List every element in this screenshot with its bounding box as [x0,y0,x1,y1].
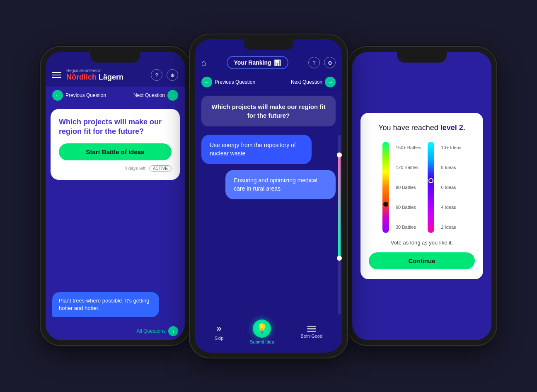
battles-label-3: 60 Battles [396,205,421,210]
next-question-btn-center[interactable]: Next Question → [291,77,336,87]
help-icon[interactable]: ? [151,69,162,81]
center-help-icon[interactable]: ? [308,57,320,68]
center-nav-bar: ← Previous Question Next Question → [195,73,342,91]
option-2-bubble[interactable]: Ensuring and optimizing medical care in … [225,170,336,199]
scroll-track[interactable] [338,135,341,315]
prev-label-center: Previous Question [215,79,255,85]
center-globe-icon[interactable]: ⊕ [324,57,336,68]
submit-idea-action[interactable]: 💡 Submit Idea [250,319,274,344]
submit-label: Submit Idea [250,339,274,344]
battles-dot [383,202,388,207]
header-title: Nördlich Lägern [66,73,151,82]
level-value: level 2. [440,123,465,132]
option-1-bubble[interactable]: Use energy from the repository of nuclea… [201,135,312,164]
center-header-icons: ? ⊕ [308,57,336,68]
left-nav-bar: ← Previous Question Next Question → [46,87,185,104]
ideas-bar [428,142,434,233]
center-bottom-actions: » Skip 💡 Submit Idea Both Good [195,315,342,353]
ideas-gradient [428,142,434,233]
ranking-button[interactable]: Your Ranking 📊 [227,56,288,69]
skip-label: Skip [215,336,223,341]
prev-arrow-center: ← [201,77,212,87]
start-battle-button[interactable]: Start Battle of Ideas [59,143,172,160]
header-title-block: Regionalkonferenz Nördlich Lägern [66,68,151,82]
next-question-btn-left[interactable]: Next Question → [133,90,178,101]
scroll-thumb [338,152,341,260]
left-notch [90,52,140,63]
level-title: You have reached level 2. [369,123,475,133]
hamburger-icon[interactable] [52,72,61,78]
right-screen: You have reached level 2. 150+ Battles [352,52,491,340]
battles-gradient [382,142,389,233]
center-screen: ⌂ Your Ranking 📊 ? ⊕ ← Previous Question [195,39,342,353]
scroll-dot-top [337,152,342,157]
battle-area: Use energy from the repository of nuclea… [195,135,342,315]
ideas-label-2: 6 Ideas [441,185,461,190]
vote-text: Vote as long as you like it. [369,240,475,246]
card-title: Which projects will make our region fit … [59,117,172,137]
battles-label-1: 120 Battles [396,165,421,170]
chat-bubble-area: Plant trees where possible. It's getting… [46,185,185,322]
header-icons: ? ⊕ [151,69,178,81]
right-phone: You have reached level 2. 150+ Battles [347,47,496,345]
battles-label-0: 150+ Battles [396,145,421,150]
ranking-label: Your Ranking [234,59,271,66]
ranking-chart: 150+ Battles 120 Battles 90 Battles 60 B… [369,142,475,233]
right-notch [397,52,447,63]
battles-label-4: 30 Battles [396,225,421,230]
center-notch [244,39,293,50]
header-subtitle: Regionalkonferenz [66,68,151,73]
left-phone: Regionalkonferenz Nördlich Lägern ? ⊕ [41,47,190,345]
ideas-label-0: 10+ Ideas [441,145,461,150]
prev-arrow-left: ← [52,90,63,101]
battles-labels: 150+ Battles 120 Battles 90 Battles 60 B… [396,142,421,233]
next-arrow-left: → [167,90,178,101]
globe-icon[interactable]: ⊕ [167,69,178,81]
prev-label-left: Previous Question [65,92,106,98]
ideas-label-4: 2 Ideas [441,225,461,230]
continue-button[interactable]: Continue [369,252,475,269]
main-card: Which projects will make our region fit … [51,109,180,180]
level-card: You have reached level 2. 150+ Battles [360,113,483,279]
title-white: Lägern [99,73,123,81]
ideas-labels: 10+ Ideas 8 Ideas 6 Ideas 4 Ideas 2 Idea… [441,142,461,233]
ideas-label-1: 8 Ideas [441,165,461,170]
ideas-label-3: 4 Ideas [441,205,461,210]
scroll-dot-bottom [337,256,342,261]
next-arrow-center: → [325,77,336,87]
phones-container: Regionalkonferenz Nördlich Lägern ? ⊕ [20,34,517,358]
active-badge: ACTIVE [149,165,172,172]
home-icon[interactable]: ⌂ [201,58,206,68]
both-good-action[interactable]: Both Good [301,326,323,339]
both-good-label: Both Good [301,334,323,339]
chat-bubble: Plant trees where possible. It's getting… [52,292,159,317]
next-label-center: Next Question [291,79,322,85]
center-phone: ⌂ Your Ranking 📊 ? ⊕ ← Previous Question [190,34,347,358]
bar-chart-icon: 📊 [274,59,281,66]
all-questions-down-icon: ↓ [168,326,178,336]
center-question-bubble: Which projects will make our region fit … [201,96,336,126]
left-screen: Regionalkonferenz Nördlich Lägern ? ⊕ [46,52,185,340]
title-red: Nördlich [66,73,97,81]
all-questions-label: All Questions [136,328,166,334]
prev-question-btn-center[interactable]: ← Previous Question [201,77,255,87]
ideas-dot [428,178,433,183]
skip-action[interactable]: » Skip [215,323,223,341]
prev-question-btn-left[interactable]: ← Previous Question [52,90,106,101]
battles-bar [382,142,389,233]
next-label-left: Next Question [133,92,165,98]
days-left: 4 days left ACTIVE [59,165,172,172]
skip-icon: » [216,323,221,334]
both-good-icon [307,326,316,332]
battles-label-2: 90 Battles [396,185,421,190]
all-questions-row[interactable]: All Questions ↓ [46,322,185,340]
bulb-icon: 💡 [253,319,271,338]
